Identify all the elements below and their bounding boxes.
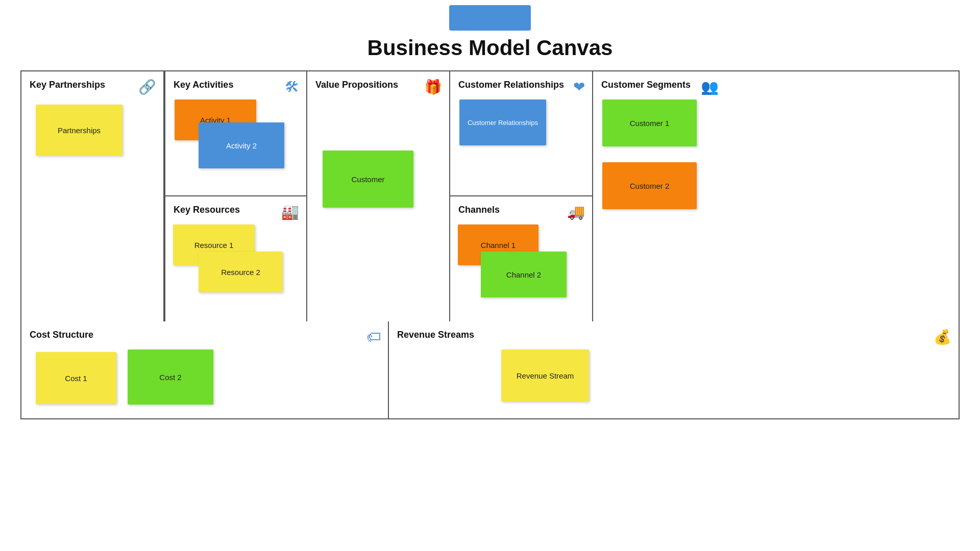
cost-icon: 🏷 bbox=[366, 329, 381, 345]
activities-icon: 🛠 bbox=[285, 79, 299, 95]
customer-2-note[interactable]: Customer 2 bbox=[602, 162, 697, 209]
top-section: Key Partnerships 🔗 Partnerships Key Acti… bbox=[21, 71, 959, 321]
value-title: Value Propositions bbox=[315, 80, 398, 90]
revenue-title: Revenue Streams bbox=[397, 330, 474, 340]
activity-2-note[interactable]: Activity 2 bbox=[199, 122, 284, 168]
channels-title: Channels bbox=[458, 205, 500, 215]
key-partnerships-cell: Key Partnerships 🔗 Partnerships bbox=[21, 71, 164, 321]
partnerships-icon: 🔗 bbox=[138, 79, 156, 95]
cost-2-note[interactable]: Cost 2 bbox=[128, 349, 213, 405]
resources-icon: 🏭 bbox=[281, 204, 299, 220]
revenue-stream-note[interactable]: Revenue Stream bbox=[501, 349, 589, 402]
cost-1-note[interactable]: Cost 1 bbox=[36, 352, 116, 404]
page-title: Business Model Canvas bbox=[368, 36, 613, 60]
partnerships-note-1[interactable]: Partnerships bbox=[36, 105, 122, 156]
customer-rel-note[interactable]: Customer Relationships bbox=[459, 99, 546, 145]
customer-rel-icon: ❤ bbox=[573, 79, 585, 95]
cost-structure-cell: Cost Structure 🏷 Cost 1 Cost 2 bbox=[21, 321, 389, 418]
top-bar-logo bbox=[449, 5, 531, 31]
canvas-container: Key Partnerships 🔗 Partnerships Key Acti… bbox=[20, 70, 960, 419]
customer-1-note[interactable]: Customer 1 bbox=[602, 99, 697, 146]
activities-title: Key Activities bbox=[174, 80, 233, 90]
value-icon: 🎁 bbox=[424, 79, 442, 95]
revenue-icon: 💰 bbox=[934, 329, 951, 345]
resources-title: Key Resources bbox=[174, 205, 240, 215]
value-customer-note[interactable]: Customer bbox=[323, 151, 413, 208]
key-resources-cell: Key Resources 🏭 Resource 1 Resource 2 bbox=[165, 196, 306, 321]
segments-title: Customer Segments bbox=[601, 80, 691, 90]
customer-rel-title: Customer Relationships bbox=[458, 80, 564, 90]
revenue-streams-cell: Revenue Streams 💰 Revenue Stream bbox=[389, 321, 959, 418]
resource-2-note[interactable]: Resource 2 bbox=[199, 252, 283, 292]
customer-rel-channels-col: Customer Relationships ❤ Customer Relati… bbox=[450, 71, 593, 321]
channel-2-note[interactable]: Channel 2 bbox=[481, 252, 567, 297]
value-propositions-cell: Value Propositions 🎁 Customer bbox=[307, 71, 450, 321]
channels-cell: Channels 🚚 Channel 1 Channel 2 bbox=[450, 196, 592, 321]
customer-rel-cell: Customer Relationships ❤ Customer Relati… bbox=[450, 71, 592, 196]
channels-icon: 🚚 bbox=[567, 204, 585, 220]
bottom-section: Cost Structure 🏷 Cost 1 Cost 2 Revenue S… bbox=[21, 321, 959, 418]
activities-resources-col: Key Activities 🛠 Activity 1 Activity 2 K… bbox=[164, 71, 307, 321]
segments-icon: 👥 bbox=[701, 79, 719, 95]
cost-title: Cost Structure bbox=[30, 330, 93, 340]
partnerships-title: Key Partnerships bbox=[30, 80, 105, 90]
key-activities-cell: Key Activities 🛠 Activity 1 Activity 2 bbox=[165, 71, 306, 196]
customer-segments-cell: Customer Segments 👥 Customer 1 Customer … bbox=[593, 71, 726, 321]
